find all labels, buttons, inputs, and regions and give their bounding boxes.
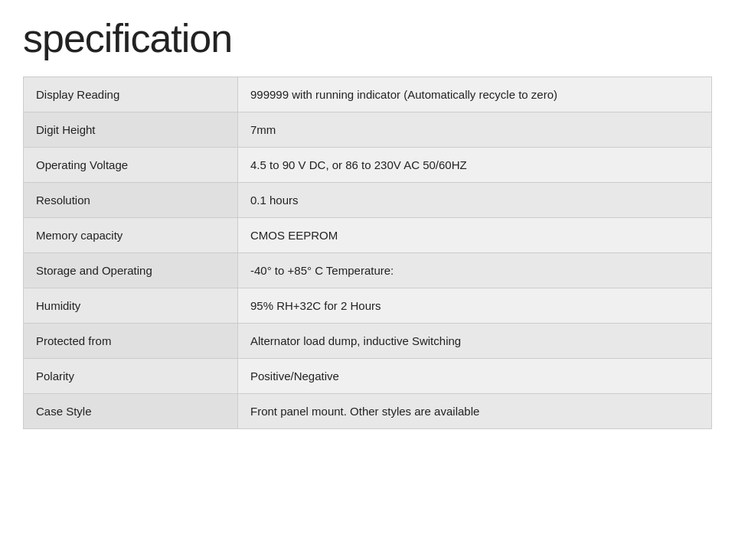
table-row: Protected fromAlternator load dump, indu… [24,324,712,359]
spec-value: 95% RH+32C for 2 Hours [238,288,712,324]
spec-value: 999999 with running indicator (Automatic… [238,77,712,112]
spec-value: CMOS EEPROM [238,218,712,253]
table-row: Digit Height7mm [24,112,712,148]
spec-label: Digit Height [24,112,238,148]
spec-label: Display Reading [24,77,238,112]
spec-value: Alternator load dump, inductive Switchin… [238,324,712,359]
table-row: PolarityPositive/Negative [24,359,712,394]
table-row: Resolution0.1 hours [24,183,712,218]
spec-label: Storage and Operating [24,253,238,288]
spec-label: Memory capacity [24,218,238,253]
spec-label: Case Style [24,394,238,429]
spec-label: Humidity [24,288,238,324]
spec-value: 7mm [238,112,712,148]
spec-value: -40° to +85° C Temperature: [238,253,712,288]
table-row: Memory capacityCMOS EEPROM [24,218,712,253]
table-row: Storage and Operating-40° to +85° C Temp… [24,253,712,288]
spec-label: Operating Voltage [24,148,238,183]
specification-table: Display Reading999999 with running indic… [23,77,712,429]
spec-label: Protected from [24,324,238,359]
table-row: Humidity95% RH+32C for 2 Hours [24,288,712,324]
spec-value: Front panel mount. Other styles are avai… [238,394,712,429]
spec-value: 4.5 to 90 V DC, or 86 to 230V AC 50/60HZ [238,148,712,183]
table-row: Case StyleFront panel mount. Other style… [24,394,712,429]
spec-label: Resolution [24,183,238,218]
spec-label: Polarity [24,359,238,394]
table-row: Operating Voltage4.5 to 90 V DC, or 86 t… [24,148,712,183]
page-title: specification [23,15,712,61]
table-row: Display Reading999999 with running indic… [24,77,712,112]
spec-value: Positive/Negative [238,359,712,394]
spec-value: 0.1 hours [238,183,712,218]
